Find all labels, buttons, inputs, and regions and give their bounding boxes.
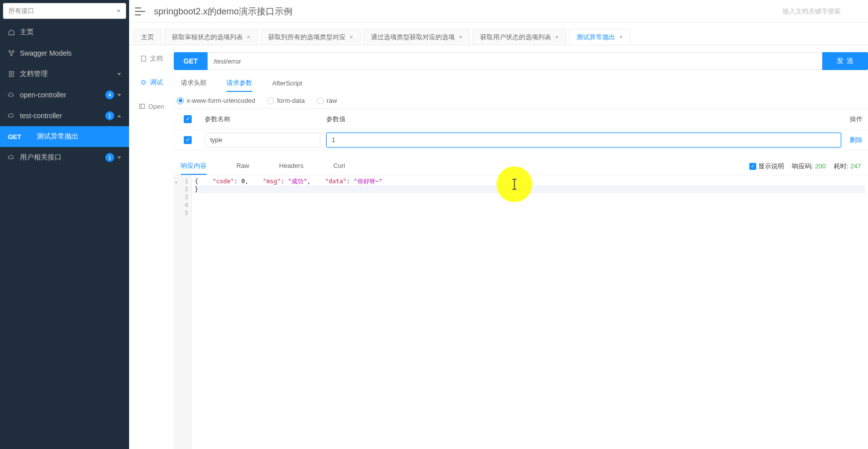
tab-active[interactable]: 测试异常抛出×	[569, 29, 630, 45]
doc-search-input[interactable]	[783, 4, 862, 19]
main-area: springboot2.x的demo演示接口示例 主页 获取审核状态的选项列表×…	[129, 0, 868, 449]
radio-icon	[267, 97, 274, 104]
inner-nav: 文档 调试 Open	[129, 45, 174, 449]
radio-icon	[177, 97, 184, 104]
sub-label: 测试异常抛出	[37, 132, 78, 141]
sidebar: 所有接口 主页 Swagger Models 文档管理 open-control…	[0, 0, 129, 449]
topbar: springboot2.x的demo演示接口示例	[129, 0, 868, 23]
nav-label: 用户相关接口	[20, 153, 105, 162]
col-name-header: 参数名称	[202, 115, 323, 124]
resp-tab-content[interactable]: 响应内容	[181, 157, 207, 175]
col-action-header: 操作	[844, 115, 868, 124]
close-icon[interactable]: ×	[555, 34, 559, 41]
line-gutter: 1▾ 2345	[174, 175, 192, 449]
response-editor: 1▾ 2345 { "code": 0, "msg": "成功", "data"…	[174, 175, 868, 449]
request-path-input[interactable]: /test/error	[208, 52, 822, 70]
sidebar-item-user-api[interactable]: 用户相关接口 1	[0, 147, 129, 168]
chevron-down-icon	[117, 10, 121, 12]
inner-tab-doc[interactable]: 文档	[140, 51, 163, 66]
cloud-icon	[8, 112, 15, 119]
subtab-headers[interactable]: 请求头部	[181, 75, 207, 92]
http-method-badge[interactable]: GET	[174, 52, 208, 70]
resp-tab-headers[interactable]: Headers	[279, 157, 303, 175]
collapse-sidebar-icon[interactable]	[135, 7, 145, 15]
nav-label: 主页	[20, 28, 121, 37]
checkbox-icon[interactable]: ✓	[749, 163, 756, 170]
close-icon[interactable]: ×	[247, 34, 250, 41]
tab-home[interactable]: 主页	[134, 29, 161, 45]
api-group-selector[interactable]: 所有接口	[3, 3, 126, 19]
subtab-params[interactable]: 请求参数	[226, 75, 252, 92]
chevron-up-icon	[117, 115, 121, 117]
page-title: springboot2.x的demo演示接口示例	[154, 5, 783, 17]
param-table: ✓ 参数名称 参数值 操作 ✓ 删除	[174, 108, 868, 150]
radio-raw[interactable]: raw	[317, 97, 337, 104]
param-value-input[interactable]	[326, 133, 841, 148]
chevron-down-icon	[117, 156, 121, 159]
radio-icon	[317, 97, 324, 104]
table-row: ✓ 删除	[174, 130, 868, 150]
col-value-header: 参数值	[323, 115, 844, 124]
svg-point-2	[10, 54, 12, 56]
radio-formdata[interactable]: form-data	[267, 97, 305, 104]
code-area[interactable]: { "code": 0, "msg": "成功", "data": "你好呀~"…	[192, 175, 868, 449]
debug-icon	[140, 79, 147, 86]
tab[interactable]: 获取审核状态的选项列表×	[164, 29, 258, 45]
send-button[interactable]: 发送	[822, 52, 868, 70]
subtab-afterscript[interactable]: AfterScript	[272, 75, 302, 92]
resp-tab-raw[interactable]: Raw	[236, 157, 249, 175]
sidebar-item-swagger-models[interactable]: Swagger Models	[0, 43, 129, 64]
elapsed-time: 247	[850, 162, 861, 170]
nav-label: Swagger Models	[20, 49, 121, 57]
doc-icon	[8, 71, 15, 77]
close-icon[interactable]: ×	[619, 34, 623, 41]
radio-urlencoded[interactable]: x-www-form-urlencoded	[177, 97, 255, 104]
tab[interactable]: 获取到所有的选项类型对应×	[261, 29, 361, 45]
sidebar-item-home[interactable]: 主页	[0, 22, 129, 43]
request-subtabs: 请求头部 请求参数 AfterScript	[174, 75, 868, 92]
resp-tab-curl[interactable]: Curl	[333, 157, 345, 175]
sidebar-subitem-test-error[interactable]: GET 测试异常抛出	[0, 126, 129, 147]
tab[interactable]: 获取用户状态的选项列表×	[473, 29, 566, 45]
table-header-row: ✓ 参数名称 参数值 操作	[174, 109, 868, 130]
checkbox[interactable]: ✓	[184, 136, 192, 144]
tab[interactable]: 通过选项类型获取对应的选项×	[363, 29, 470, 45]
inner-tab-open[interactable]: Open	[139, 99, 164, 114]
chevron-down-icon	[117, 94, 121, 96]
cloud-icon	[8, 91, 15, 98]
param-name-input[interactable]	[205, 133, 320, 148]
request-line: GET /test/error 发送	[174, 52, 868, 70]
selector-label: 所有接口	[8, 6, 34, 15]
doc-icon	[140, 55, 147, 62]
count-badge: 4	[105, 90, 114, 99]
svg-point-5	[142, 81, 145, 84]
close-icon[interactable]: ×	[459, 34, 462, 41]
delete-link[interactable]: 删除	[844, 136, 868, 145]
count-badge: 1	[105, 111, 114, 120]
method-badge: GET	[8, 133, 31, 141]
open-icon	[139, 103, 145, 110]
svg-rect-6	[139, 104, 145, 109]
sidebar-item-test-controller[interactable]: test-controller 1	[0, 105, 129, 126]
nav-label: test-controller	[20, 112, 105, 120]
sidebar-item-doc-mgmt[interactable]: 文档管理	[0, 64, 129, 84]
count-badge: 1	[105, 153, 114, 162]
nav-label: 文档管理	[20, 70, 117, 78]
response-meta: ✓显示说明 响应码: 200 耗时: 247	[749, 162, 861, 171]
svg-rect-4	[141, 56, 145, 62]
checkbox-all[interactable]: ✓	[184, 115, 192, 123]
cloud-icon	[8, 154, 15, 161]
sidebar-item-open-controller[interactable]: open-controller 4	[0, 84, 129, 105]
response-tabs: 响应内容 Raw Headers Curl ✓显示说明 响应码: 200 耗时:…	[174, 157, 868, 175]
close-icon[interactable]: ×	[350, 34, 353, 41]
status-code: 200	[815, 162, 826, 170]
nav-label: open-controller	[20, 91, 105, 99]
chevron-down-icon	[117, 73, 121, 75]
work-area: GET /test/error 发送 请求头部 请求参数 AfterScript…	[174, 45, 868, 449]
models-icon	[8, 50, 15, 57]
home-icon	[8, 29, 15, 36]
inner-tab-debug[interactable]: 调试	[140, 75, 163, 90]
tabs-bar: 主页 获取审核状态的选项列表× 获取到所有的选项类型对应× 通过选项类型获取对应…	[129, 23, 868, 45]
body-type-radios: x-www-form-urlencoded form-data raw	[174, 92, 868, 108]
